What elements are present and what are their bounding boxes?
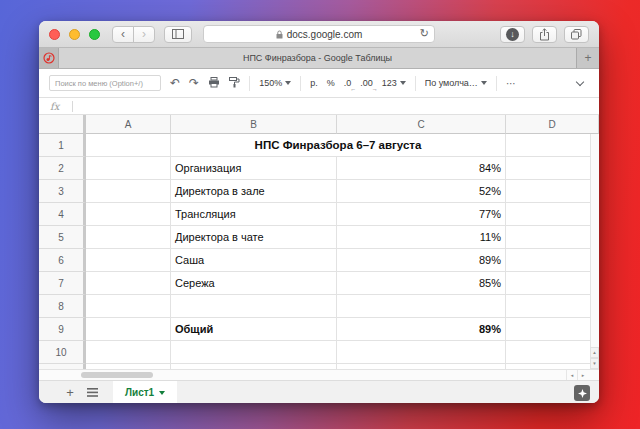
scroll-down-button[interactable]: ▼ <box>590 358 599 369</box>
cell[interactable]: Директора в зале <box>171 180 337 203</box>
row-header[interactable]: 9 <box>39 318 86 341</box>
cell[interactable]: Организация <box>171 157 337 180</box>
cell[interactable] <box>86 226 171 249</box>
chevron-down-icon <box>159 391 165 395</box>
column-header-d[interactable]: D <box>506 115 599 134</box>
cell[interactable] <box>506 318 599 341</box>
cell[interactable]: Саша <box>171 249 337 272</box>
pinned-tab[interactable] <box>39 48 59 68</box>
collapse-toolbar-button[interactable] <box>576 77 584 85</box>
cell[interactable]: 84% <box>337 157 506 180</box>
cell[interactable] <box>86 272 171 295</box>
cell[interactable]: 89% <box>337 249 506 272</box>
downloads-button[interactable]: ↓ <box>500 26 525 43</box>
paint-format-button[interactable] <box>229 77 240 90</box>
increase-decimal-button[interactable]: .00 → <box>360 78 373 88</box>
scroll-right-button[interactable]: ▸ <box>577 370 588 380</box>
fullscreen-window-button[interactable] <box>89 29 100 40</box>
cell[interactable] <box>506 134 599 157</box>
select-all-corner[interactable] <box>39 115 86 134</box>
cell[interactable] <box>506 203 599 226</box>
row-header[interactable]: 7 <box>39 272 86 295</box>
formula-bar[interactable]: fx <box>39 98 599 115</box>
row-header[interactable]: 8 <box>39 295 86 318</box>
cell[interactable]: 89% <box>337 318 506 341</box>
print-button[interactable] <box>208 77 220 90</box>
cell[interactable]: 11% <box>337 226 506 249</box>
sheets-toolbar: ↶ ↷ 150% р. % .0 ← .00 → 123 По умолча <box>39 69 599 98</box>
cell[interactable] <box>86 157 171 180</box>
chevron-down-icon <box>285 81 291 85</box>
scroll-up-button[interactable]: ▲ <box>590 347 599 358</box>
column-header-b[interactable]: B <box>171 115 337 134</box>
cell[interactable] <box>506 157 599 180</box>
cell[interactable] <box>337 341 506 364</box>
row-header[interactable]: 1 <box>39 134 86 157</box>
cell[interactable] <box>86 318 171 341</box>
cell[interactable]: Общий <box>171 318 337 341</box>
reload-button[interactable]: ↻ <box>420 27 429 40</box>
cell[interactable] <box>86 134 171 157</box>
sidebar-toggle-button[interactable] <box>164 26 192 43</box>
cell[interactable] <box>86 295 171 318</box>
cell[interactable] <box>506 226 599 249</box>
cell[interactable] <box>86 203 171 226</box>
row-header[interactable]: 10 <box>39 341 86 364</box>
cell[interactable] <box>506 249 599 272</box>
horizontal-scrollbar[interactable]: ◂ ▸ <box>39 369 599 380</box>
row-header[interactable]: 6 <box>39 249 86 272</box>
cell[interactable]: Сережа <box>171 272 337 295</box>
cell[interactable]: Трансляция <box>171 203 337 226</box>
cell[interactable] <box>171 341 337 364</box>
number-format-menu[interactable]: 123 <box>382 78 406 88</box>
share-button[interactable] <box>532 26 557 43</box>
cell[interactable]: 77% <box>337 203 506 226</box>
decrease-decimal-button[interactable]: .0 ← <box>344 78 352 88</box>
address-bar[interactable]: docs.google.com ↻ <box>203 25 435 43</box>
new-tab-button[interactable]: + <box>577 48 599 68</box>
menu-search-input[interactable] <box>49 75 161 91</box>
redo-button[interactable]: ↷ <box>189 77 199 89</box>
back-button[interactable]: ‹ <box>112 26 134 43</box>
tab-overview-button[interactable] <box>564 26 589 43</box>
explore-button[interactable] <box>574 385 590 401</box>
merged-title-cell[interactable]: НПС Финразбора 6–7 августа <box>171 134 506 157</box>
more-tools-button[interactable]: ⋯ <box>506 78 517 89</box>
cell[interactable]: 85% <box>337 272 506 295</box>
currency-format-button[interactable]: р. <box>310 78 318 88</box>
all-sheets-menu-button[interactable] <box>87 388 98 397</box>
row-header[interactable]: 4 <box>39 203 86 226</box>
formula-bar-divider <box>72 101 73 112</box>
cell[interactable] <box>86 180 171 203</box>
minimize-window-button[interactable] <box>69 29 80 40</box>
forward-button[interactable]: › <box>133 26 155 43</box>
row-header[interactable]: 5 <box>39 226 86 249</box>
cell[interactable] <box>171 295 337 318</box>
column-header-c[interactable]: C <box>337 115 506 134</box>
font-select[interactable]: По умолча… <box>425 78 487 88</box>
zoom-select[interactable]: 150% <box>259 78 291 88</box>
explore-star-icon <box>578 389 587 398</box>
cell[interactable] <box>86 341 171 364</box>
column-header-a[interactable]: A <box>86 115 171 134</box>
cell[interactable] <box>337 295 506 318</box>
percent-format-button[interactable]: % <box>327 78 335 88</box>
cell[interactable] <box>86 249 171 272</box>
cell[interactable] <box>506 180 599 203</box>
cell[interactable] <box>506 295 599 318</box>
row-header[interactable]: 3 <box>39 180 86 203</box>
row-header[interactable]: 2 <box>39 157 86 180</box>
cell[interactable] <box>506 272 599 295</box>
cell[interactable]: Директора в чате <box>171 226 337 249</box>
sheet-tab-list1[interactable]: Лист1 <box>113 381 177 403</box>
cell[interactable]: 52% <box>337 180 506 203</box>
active-browser-tab[interactable]: НПС Финразбора - Google Таблицы <box>59 48 577 68</box>
undo-button[interactable]: ↶ <box>170 77 180 89</box>
close-window-button[interactable] <box>49 29 60 40</box>
scroll-left-button[interactable]: ◂ <box>566 370 577 380</box>
add-sheet-button[interactable]: + <box>62 385 78 400</box>
share-icon <box>539 28 550 41</box>
vertical-scrollbar[interactable]: ▲ ▼ <box>590 134 599 369</box>
cell[interactable] <box>506 341 599 364</box>
horizontal-scroll-thumb[interactable] <box>81 372 153 378</box>
